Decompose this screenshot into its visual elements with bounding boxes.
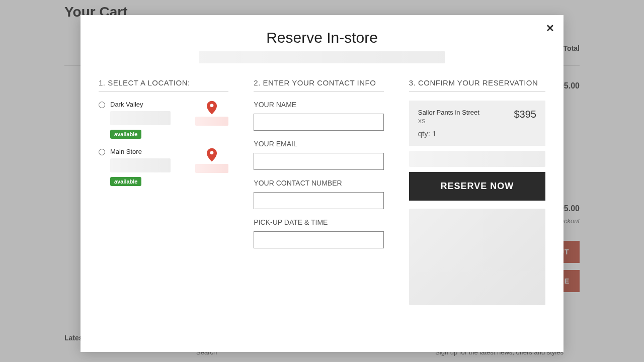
svg-point-1 <box>210 151 214 155</box>
location-radio[interactable] <box>99 102 105 108</box>
reserve-now-button[interactable]: RESERVE NOW <box>409 172 545 201</box>
reserve-in-store-modal: ✕ Reserve In-store 1. SELECT A LOCATION:… <box>80 15 564 352</box>
product-qty: qty: 1 <box>418 129 514 138</box>
location-option-main-store[interactable]: Main Store available <box>99 148 228 186</box>
step-2-column: 2. ENTER YOUR CONTACT INFO YOUR NAME YOU… <box>254 78 383 305</box>
subtitle-placeholder <box>199 51 445 63</box>
email-input[interactable] <box>254 153 383 170</box>
map-link-placeholder <box>195 164 228 173</box>
name-label: YOUR NAME <box>254 101 383 109</box>
step-1-column: 1. SELECT A LOCATION: Dark Valley availa… <box>99 78 228 305</box>
availability-badge: available <box>110 177 141 186</box>
info-placeholder <box>409 209 545 305</box>
reservation-summary: Sailor Pants in Street XS qty: 1 $395 <box>409 101 545 146</box>
map-pin-icon <box>207 101 217 115</box>
step-2-title: 2. ENTER YOUR CONTACT INFO <box>254 78 383 92</box>
svg-point-0 <box>210 104 214 108</box>
availability-badge: available <box>110 130 141 139</box>
product-size: XS <box>418 118 514 124</box>
phone-label: YOUR CONTACT NUMBER <box>254 179 383 187</box>
summary-placeholder <box>409 151 545 167</box>
step-1-title: 1. SELECT A LOCATION: <box>99 78 228 92</box>
location-option-dark-valley[interactable]: Dark Valley available <box>99 101 228 139</box>
name-input[interactable] <box>254 114 383 131</box>
map-link-placeholder <box>195 117 228 126</box>
location-name: Dark Valley <box>110 101 190 108</box>
step-3-title: 3. CONFIRM YOUR RESERVATION <box>409 78 545 92</box>
location-address-placeholder <box>110 111 171 125</box>
map-pin-icon <box>207 148 217 162</box>
product-price: $395 <box>514 109 537 120</box>
close-icon[interactable]: ✕ <box>546 22 554 34</box>
location-radio[interactable] <box>99 149 105 155</box>
product-name: Sailor Pants in Street <box>418 109 514 116</box>
modal-title: Reserve In-store <box>99 29 545 46</box>
phone-input[interactable] <box>254 192 383 209</box>
step-3-column: 3. CONFIRM YOUR RESERVATION Sailor Pants… <box>409 78 545 305</box>
location-address-placeholder <box>110 158 171 172</box>
location-name: Main Store <box>110 148 190 155</box>
pickup-datetime-input[interactable] <box>254 231 383 248</box>
pickup-label: PICK-UP DATE & TIME <box>254 218 383 226</box>
email-label: YOUR EMAIL <box>254 140 383 148</box>
